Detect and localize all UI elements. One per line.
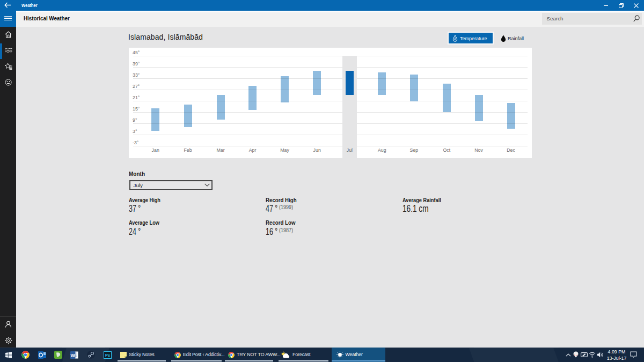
svg-text:W: W xyxy=(70,352,75,358)
